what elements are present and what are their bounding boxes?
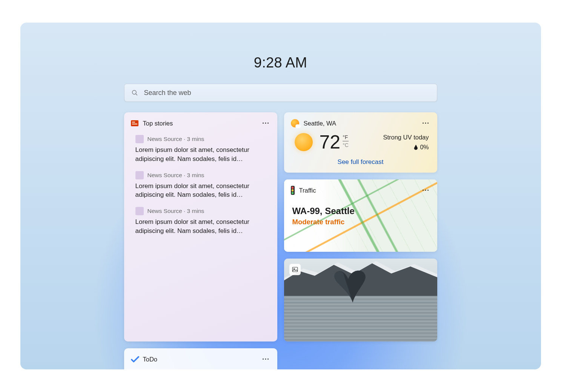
story-item[interactable]: News Source · 3 mins Lorem ipsum dolor s… bbox=[124, 132, 277, 168]
search-bar[interactable] bbox=[124, 84, 437, 102]
top-stories-more-button[interactable]: ··· bbox=[261, 118, 271, 128]
unit-fahrenheit[interactable]: °F bbox=[343, 134, 349, 141]
search-input[interactable] bbox=[144, 89, 430, 97]
clock: 9:28 AM bbox=[124, 55, 437, 71]
top-stories-title: Top stories bbox=[143, 120, 173, 127]
traffic-light-icon bbox=[291, 186, 295, 195]
photo-image bbox=[284, 259, 437, 341]
story-headline: Lorem ipsum dolor sit amet, consectetur … bbox=[135, 217, 269, 236]
story-headline: Lorem ipsum dolor sit amet, consectetur … bbox=[135, 182, 269, 200]
svg-rect-2 bbox=[292, 267, 298, 272]
traffic-more-button[interactable]: ··· bbox=[421, 185, 430, 195]
photos-widget[interactable] bbox=[284, 259, 437, 341]
precipitation: 0% bbox=[383, 144, 429, 151]
unit-celsius[interactable]: °C bbox=[343, 141, 349, 148]
uv-status: Strong UV today bbox=[383, 134, 429, 141]
story-source: News Source · 3 mins bbox=[148, 208, 204, 214]
unit-toggle[interactable]: °F °C bbox=[343, 134, 349, 148]
svg-point-0 bbox=[132, 90, 136, 95]
todo-title: ToDo bbox=[143, 356, 158, 363]
photos-icon bbox=[289, 264, 301, 275]
traffic-route: WA-99, Seattle bbox=[292, 206, 429, 216]
weather-more-button[interactable]: ··· bbox=[421, 118, 430, 128]
story-source: News Source · 3 mins bbox=[148, 172, 204, 179]
story-headline: Lorem ipsum dolor sit amet, consectetur … bbox=[135, 145, 269, 164]
todo-app-icon bbox=[131, 356, 138, 362]
todo-widget[interactable]: ToDo ··· My Day bbox=[124, 348, 277, 369]
traffic-status: Moderate traffic bbox=[292, 218, 429, 226]
svg-line-1 bbox=[135, 94, 137, 95]
news-icon bbox=[131, 120, 138, 126]
droplet-icon bbox=[414, 145, 418, 150]
top-stories-widget[interactable]: Top stories ··· News Source · 3 mins Lor… bbox=[124, 112, 277, 341]
weather-location: Seattle, WA bbox=[304, 120, 337, 127]
search-icon bbox=[131, 89, 138, 96]
traffic-widget[interactable]: Traffic ··· WA-99, Seattle Moderate traf… bbox=[284, 179, 437, 252]
story-thumbnail bbox=[135, 207, 144, 215]
temperature: 72 °F °C bbox=[320, 133, 349, 152]
story-thumbnail bbox=[135, 171, 144, 179]
story-item[interactable]: News Source · 3 mins Lorem ipsum dolor s… bbox=[124, 168, 277, 204]
story-thumbnail bbox=[135, 135, 144, 143]
weather-partly-sunny-icon bbox=[291, 119, 299, 127]
see-full-forecast-link[interactable]: See full forecast bbox=[284, 155, 437, 173]
todo-more-button[interactable]: ··· bbox=[261, 354, 271, 364]
traffic-title: Traffic bbox=[299, 187, 316, 194]
story-source: News Source · 3 mins bbox=[148, 136, 204, 142]
sun-icon bbox=[295, 133, 313, 151]
weather-widget[interactable]: Seattle, WA ··· 72 °F °C bbox=[284, 112, 437, 173]
story-item[interactable]: News Source · 3 mins Lorem ipsum dolor s… bbox=[124, 204, 277, 240]
